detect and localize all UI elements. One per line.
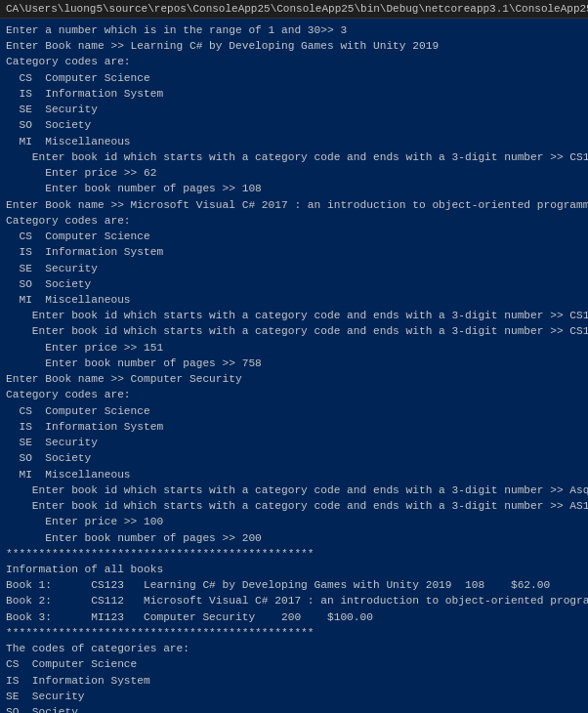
console-line: CS Computer Science [6,229,582,244]
console-line: CS Computer Science [6,403,582,419]
console-line: Enter book id which starts with a catego… [6,498,582,514]
console-line: SE Security [6,435,582,450]
console-line: Enter book id which starts with a catego… [6,149,582,165]
console-line: Book 1: CS123 Learning C# by Developing … [6,577,582,593]
console-line: Enter price >> 151 [6,340,582,356]
console-line: The codes of categories are: [6,641,582,656]
console-line: SO Society [6,450,582,466]
console-line: SE Security [6,689,582,704]
console-line: Enter price >> 62 [6,165,582,181]
console-line: Enter book id which starts with a catego… [6,323,582,339]
console-line: Category codes are: [6,387,582,402]
console-line: SO Society [6,117,582,133]
console-line: IS Information System [6,86,582,102]
console-line: Book 3: MI123 Computer Security 200 $100… [6,609,582,625]
console-line: Enter Book name >> Computer Security [6,371,582,387]
console-line: Book 2: CS112 Microsoft Visual C# 2017 :… [6,593,582,608]
console-line: Enter book number of pages >> 758 [6,356,582,371]
console-line: IS Information System [6,244,582,260]
console-line: Category codes are: [6,54,582,69]
console-line: ****************************************… [6,625,582,641]
console-line: Category codes are: [6,213,582,229]
title-bar-text: CA\Users\luong5\source\repos\ConsoleApp2… [6,3,588,15]
title-bar: CA\Users\luong5\source\repos\ConsoleApp2… [0,0,588,19]
console-line: Enter a number which is in the range of … [6,22,582,38]
console-line: SO Society [6,704,582,713]
console-line: IS Information System [6,673,582,689]
console-output: Enter a number which is in the range of … [0,19,588,713]
console-line: ****************************************… [6,546,582,562]
console-line: SE Security [6,102,582,117]
console-line: Enter book number of pages >> 108 [6,181,582,196]
console-line: Enter price >> 100 [6,514,582,529]
console-line: SO Society [6,276,582,292]
console-line: MI Miscellaneous [6,134,582,149]
console-line: Enter book id which starts with a catego… [6,308,582,323]
console-line: Enter book number of pages >> 200 [6,530,582,546]
console-line: Enter Book name >> Learning C# by Develo… [6,38,582,54]
console-line: MI Miscellaneous [6,292,582,308]
console-line: MI Miscellaneous [6,467,582,482]
console-line: CS Computer Science [6,656,582,672]
console-line: Enter book id which starts with a catego… [6,482,582,498]
console-line: CS Computer Science [6,70,582,86]
console-line: Enter Book name >> Microsoft Visual C# 2… [6,197,582,213]
console-line: IS Information System [6,419,582,435]
console-line: SE Security [6,261,582,276]
console-line: Information of all books [6,562,582,577]
